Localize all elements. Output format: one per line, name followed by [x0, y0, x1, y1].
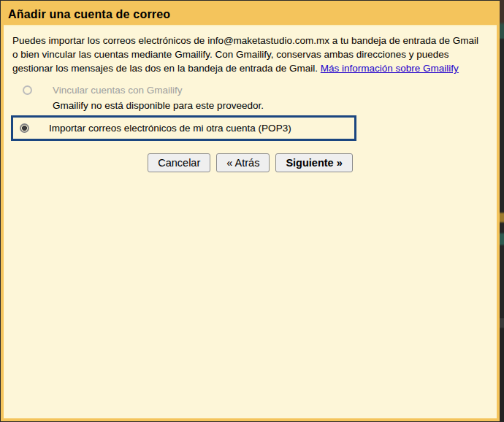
- add-email-account-dialog: Añadir una cuenta de correo Puedes impor…: [1, 1, 500, 421]
- pop3-option-label: Importar correos electrónicos de mi otra…: [49, 122, 291, 134]
- gmailify-unavailable-note: Gmailify no está disponible para este pr…: [53, 99, 488, 112]
- page-edge-strip: [500, 0, 504, 422]
- intro-text: Puedes importar los correos electrónicos…: [12, 34, 486, 75]
- gmailify-option-label: Vincular cuentas con Gmailify: [53, 84, 183, 96]
- dialog-title-bar: Añadir una cuenta de correo: [4, 4, 497, 26]
- dialog-content: Puedes importar los correos electrónicos…: [4, 26, 497, 172]
- next-button[interactable]: Siguiente »: [275, 153, 352, 172]
- option-pop3[interactable]: Importar correos electrónicos de mi otra…: [13, 122, 354, 134]
- pop3-option-focus-box: Importar correos electrónicos de mi otra…: [11, 115, 356, 141]
- dialog-title: Añadir una cuenta de correo: [8, 8, 170, 21]
- gmailify-info-link[interactable]: Más información sobre Gmailify: [321, 63, 459, 74]
- gmailify-radio: [23, 85, 32, 95]
- pop3-radio[interactable]: [20, 123, 29, 133]
- page-background: { "colors": { "title_bar": "#F4C45C", "d…: [0, 0, 504, 422]
- cancel-button[interactable]: Cancelar: [148, 153, 210, 172]
- back-button[interactable]: « Atrás: [216, 153, 270, 172]
- option-gmailify: Vincular cuentas con Gmailify: [12, 84, 488, 96]
- account-link-options: Vincular cuentas con Gmailify Gmailify n…: [12, 84, 488, 141]
- dialog-button-row: Cancelar « Atrás Siguiente »: [12, 153, 488, 172]
